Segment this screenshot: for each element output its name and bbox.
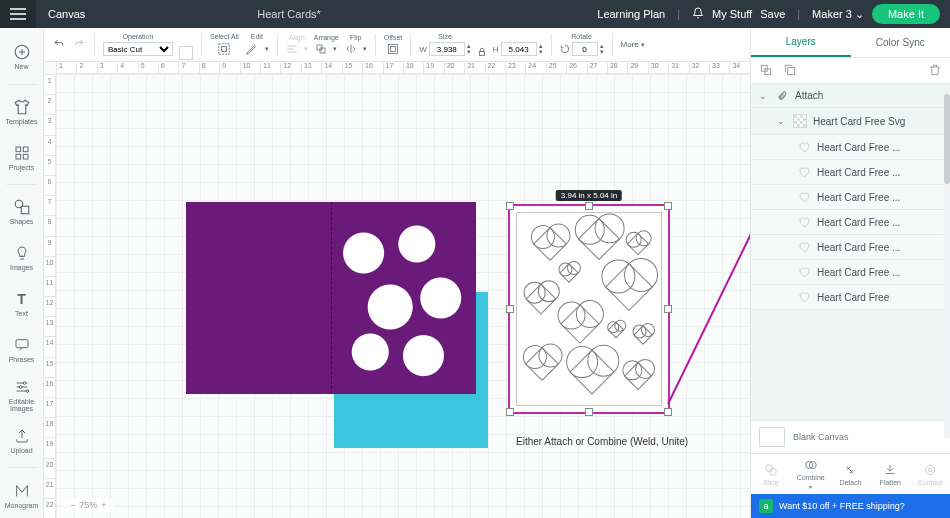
purple-card-shape[interactable] (186, 202, 476, 394)
ruler-vertical: 12345678910111213141516171819202122 (44, 74, 56, 518)
scrollbar[interactable] (944, 84, 950, 438)
layer-item[interactable]: Heart Card Free ... (751, 185, 950, 210)
phrases-button[interactable]: Phrases (0, 326, 44, 372)
shapes-button[interactable]: Shapes (0, 189, 44, 235)
heart-group-shape[interactable] (520, 216, 658, 402)
layer-tools (751, 58, 950, 84)
canvas[interactable]: 1234567891011121314151617181920212223242… (44, 62, 750, 518)
align-menu[interactable]: Align ▾ (286, 34, 308, 55)
arrange-menu[interactable]: Arrange ▾ (314, 34, 339, 55)
zoom-in-icon[interactable]: + (101, 500, 106, 510)
sliders-icon (13, 378, 31, 396)
layers-list[interactable]: ⌄ Attach ⌄ Heart Card Free Svg Heart Car… (751, 84, 950, 420)
menu-button[interactable] (0, 0, 36, 28)
redo-button[interactable] (72, 38, 86, 52)
editable-images-button[interactable]: Editable Images (0, 372, 44, 418)
blank-canvas-row[interactable]: Blank Canvas (751, 421, 950, 453)
app-title: Canvas (36, 8, 97, 20)
lock-aspect-button[interactable] (477, 46, 487, 60)
zoom-control[interactable]: − 75% + (62, 498, 115, 512)
shirt-icon (13, 98, 31, 116)
more-menu[interactable]: More▾ (621, 40, 645, 49)
flip-menu[interactable]: Flip ▾ (345, 34, 367, 55)
text-button[interactable]: T Text (0, 281, 44, 327)
grid-area[interactable]: 3.94 in x 5.04 in (56, 74, 750, 518)
flatten-button[interactable]: Flatten (870, 454, 910, 494)
tab-layers[interactable]: Layers (751, 28, 851, 57)
resize-handle-s[interactable] (585, 408, 593, 416)
flatten-icon (883, 463, 897, 477)
text-icon: T (13, 290, 31, 308)
operation-swatch[interactable] (179, 46, 193, 60)
projects-button[interactable]: Projects (0, 134, 44, 180)
rotate-input[interactable] (572, 42, 598, 56)
save-link[interactable]: Save (760, 8, 785, 20)
stepper-icon[interactable]: ▴▾ (467, 43, 471, 55)
scrollbar-thumb[interactable] (944, 94, 950, 184)
layer-item[interactable]: Heart Card Free ... (751, 235, 950, 260)
learning-plan-link[interactable]: Learning Plan (597, 8, 665, 20)
combine-button[interactable]: Combine▾ (791, 454, 831, 494)
bulb-icon (13, 244, 31, 262)
duplicate-icon[interactable] (783, 63, 797, 79)
monogram-button[interactable]: Monogram (0, 472, 44, 518)
templates-button[interactable]: Templates (0, 89, 44, 135)
machine-selector[interactable]: Maker 3 ⌄ (812, 8, 864, 21)
width-input[interactable] (429, 42, 465, 56)
resize-handle-w[interactable] (506, 305, 514, 313)
svg-rect-13 (317, 45, 322, 50)
make-it-button[interactable]: Make It (872, 4, 940, 24)
hamburger-icon (10, 8, 26, 20)
layer-item[interactable]: Heart Card Free ... (751, 135, 950, 160)
layer-group[interactable]: ⌄ Heart Card Free Svg (751, 108, 950, 135)
stepper-icon[interactable]: ▴▾ (539, 43, 543, 55)
offset-icon (387, 43, 399, 55)
layer-item[interactable]: Heart Card Free ... (751, 260, 950, 285)
resize-handle-nw[interactable] (506, 202, 514, 210)
resize-handle-ne[interactable] (664, 202, 672, 210)
undo-button[interactable] (52, 38, 66, 52)
height-input[interactable] (501, 42, 537, 56)
top-bar: Canvas Heart Cards* Learning Plan | My S… (0, 0, 950, 28)
selection-box[interactable]: 3.94 in x 5.04 in (508, 204, 670, 414)
images-button[interactable]: Images (0, 235, 44, 281)
mystuff-link[interactable]: My Stuff (712, 8, 752, 20)
tab-color-sync[interactable]: Color Sync (851, 28, 951, 57)
detach-button[interactable]: Detach (831, 454, 871, 494)
separator: | (793, 8, 804, 20)
slice-button: Slice (751, 454, 791, 494)
layer-item[interactable]: Heart Card Free (751, 285, 950, 310)
zoom-out-icon[interactable]: − (70, 500, 75, 510)
canvas-swatch (759, 427, 785, 447)
resize-handle-n[interactable] (585, 202, 593, 210)
resize-handle-e[interactable] (664, 305, 672, 313)
chevron-down-icon: ⌄ (777, 116, 787, 126)
select-all-button[interactable]: Select All (210, 33, 239, 56)
left-rail: New Templates Projects Shapes Images T T… (0, 28, 44, 518)
offset-button[interactable]: Offset (384, 34, 403, 55)
svg-rect-3 (16, 154, 21, 159)
divider (7, 84, 37, 85)
layer-item[interactable]: Heart Card Free ... (751, 210, 950, 235)
layer-attach-group[interactable]: ⌄ Attach (751, 84, 950, 108)
svg-rect-1 (16, 147, 21, 152)
resize-handle-sw[interactable] (506, 408, 514, 416)
group-icon[interactable] (759, 63, 773, 79)
upload-button[interactable]: Upload (0, 418, 44, 464)
rotate-group: Rotate ▴▾ (560, 33, 604, 56)
svg-rect-21 (788, 67, 795, 74)
promo-banner[interactable]: a Want $10 off + FREE shipping? (751, 494, 950, 518)
resize-handle-se[interactable] (664, 408, 672, 416)
delete-icon[interactable] (928, 63, 942, 79)
edit-menu[interactable]: Edit ▾ (245, 33, 269, 56)
new-button[interactable]: New (0, 34, 44, 80)
stepper-icon[interactable]: ▴▾ (600, 43, 604, 55)
svg-rect-6 (21, 207, 29, 215)
svg-rect-14 (320, 48, 325, 53)
bell-icon[interactable] (692, 7, 704, 21)
main-area: Operation Basic Cut Select All Edit ▾ Al… (44, 28, 750, 518)
operation-select[interactable]: Basic Cut (103, 42, 173, 56)
layer-item[interactable]: Heart Card Free ... (751, 160, 950, 185)
chevron-down-icon: ⌄ (855, 8, 864, 20)
document-title[interactable]: Heart Cards* (97, 8, 597, 20)
